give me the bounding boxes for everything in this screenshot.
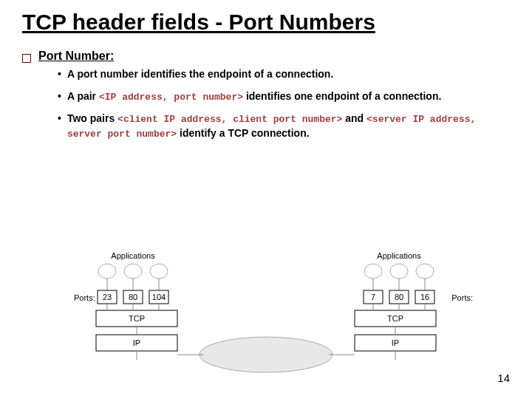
port-num: 7 xyxy=(371,293,375,301)
ports-label-left: Ports: xyxy=(74,293,95,302)
svg-point-16 xyxy=(364,264,382,279)
bullet-text: Two pairs <client IP address, client por… xyxy=(67,112,510,141)
port-num: 80 xyxy=(129,293,137,301)
svg-point-0 xyxy=(98,264,116,279)
port-num: 104 xyxy=(152,293,166,301)
ip-label-right: IP xyxy=(392,338,399,347)
port-num: 23 xyxy=(103,293,112,301)
port-num: 80 xyxy=(395,293,403,301)
tcp-diagram: Applications Ports: 23 80 104 TCP IP App… xyxy=(74,248,473,373)
list-item: • A port number identifies the endpoint … xyxy=(58,67,510,82)
bullet-text: A port number identifies the endpoint of… xyxy=(67,67,333,82)
code-snippet: <IP address, port number> xyxy=(99,92,243,103)
code-snippet: <client IP address, client port number> xyxy=(117,114,342,125)
section-heading: Port Number: xyxy=(38,50,114,63)
ports-label-right: Ports: xyxy=(451,293,473,302)
svg-point-17 xyxy=(390,264,408,279)
bullet-square-icon xyxy=(22,54,31,63)
svg-point-2 xyxy=(150,264,168,279)
bullet-dot-icon: • xyxy=(58,89,61,104)
slide-title: TCP header fields - Port Numbers xyxy=(22,7,510,36)
svg-point-18 xyxy=(416,264,434,279)
page-number: 14 xyxy=(497,372,510,384)
apps-label-left: Applications xyxy=(111,251,155,260)
list-item: • A pair <IP address, port number> ident… xyxy=(58,89,510,104)
tcp-label-left: TCP xyxy=(129,314,145,323)
svg-point-1 xyxy=(124,264,142,279)
port-num: 16 xyxy=(420,293,429,301)
tcp-label-right: TCP xyxy=(387,314,403,323)
network-cloud-icon xyxy=(200,337,332,372)
list-item: • Two pairs <client IP address, client p… xyxy=(58,112,510,141)
ip-label-left: IP xyxy=(133,338,140,347)
bullet-text: A pair <IP address, port number> identif… xyxy=(67,89,441,104)
apps-label-right: Applications xyxy=(377,251,421,260)
bullet-dot-icon: • xyxy=(58,67,61,82)
bullet-dot-icon: • xyxy=(58,112,61,141)
